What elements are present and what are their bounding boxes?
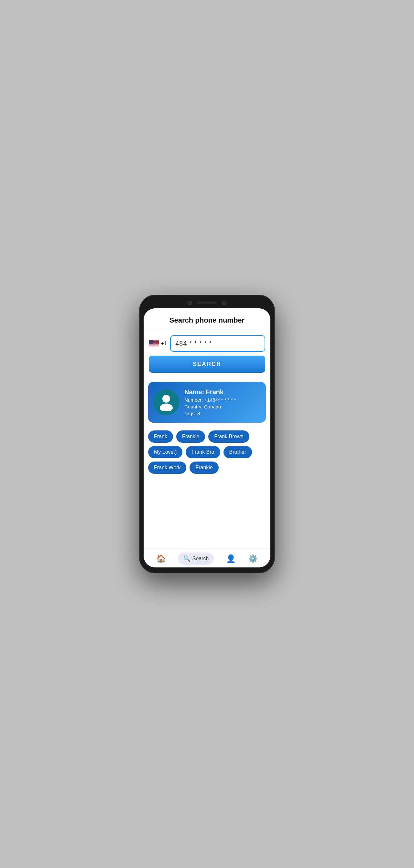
profile-icon: 👤: [226, 554, 236, 563]
country-code: +1: [161, 341, 167, 346]
tags-row-2: My Love:) Frank Bro Brother: [148, 446, 266, 458]
phone-frame: Search phone number: [139, 295, 275, 573]
tag-frank[interactable]: Frank: [148, 430, 173, 443]
svg-point-9: [160, 404, 173, 411]
svg-point-8: [162, 395, 170, 403]
tag-my-love[interactable]: My Love:): [148, 446, 182, 458]
result-name: Name: Frank: [184, 388, 236, 396]
nav-settings[interactable]: ⚙️: [248, 554, 258, 563]
tags-section: Frank Frankie Frank Brown My Love:) Fran…: [144, 428, 270, 484]
phone-screen: Search phone number: [144, 308, 270, 567]
nav-search[interactable]: 🔍 Search: [178, 553, 214, 565]
tags-row-1: Frank Frankie Frank Brown: [148, 430, 266, 443]
result-card: Name: Frank Number: +1484* * * * * * Cou…: [148, 382, 266, 423]
result-country: Country: Canada: [184, 404, 236, 409]
tag-frank-work[interactable]: Frank Work: [148, 462, 186, 474]
svg-rect-6: [149, 346, 159, 346]
us-flag-icon: [149, 340, 159, 347]
result-info: Name: Frank Number: +1484* * * * * * Cou…: [184, 388, 236, 416]
page-title: Search phone number: [150, 316, 264, 324]
svg-rect-4: [149, 344, 159, 344]
tag-frank-brown[interactable]: Frank Brown: [208, 430, 249, 443]
phone-input-row: +1: [149, 335, 265, 352]
avatar: [153, 389, 179, 415]
tags-row-3: Frank Work Frankie: [148, 462, 266, 474]
result-tags: Tags: 8: [184, 411, 236, 416]
country-selector[interactable]: +1: [149, 340, 167, 347]
person-icon: [158, 394, 175, 411]
speaker: [197, 302, 217, 304]
svg-rect-7: [149, 340, 153, 344]
home-icon: 🏠: [156, 554, 166, 563]
bottom-nav: 🏠 🔍 Search 👤 ⚙️: [144, 548, 270, 567]
tag-brother[interactable]: Brother: [223, 446, 252, 458]
search-nav-icon: 🔍: [183, 555, 191, 562]
tag-frankie-2[interactable]: Frankie: [189, 462, 218, 474]
spacer: [144, 484, 270, 548]
search-section: +1 SEARCH: [144, 330, 270, 377]
screen-content: Search phone number: [144, 308, 270, 567]
search-button[interactable]: SEARCH: [149, 355, 265, 373]
camera: [187, 301, 192, 305]
tag-frank-bro[interactable]: Frank Bro: [186, 446, 220, 458]
settings-icon: ⚙️: [248, 554, 258, 563]
camera-right: [222, 301, 227, 305]
search-nav-label: Search: [193, 556, 209, 562]
nav-profile[interactable]: 👤: [226, 554, 236, 563]
result-number: Number: +1484* * * * * *: [184, 397, 236, 403]
phone-number-input[interactable]: [170, 335, 265, 352]
phone-top-bar: [144, 301, 270, 305]
nav-home[interactable]: 🏠: [156, 554, 166, 563]
tag-frankie-1[interactable]: Frankie: [176, 430, 205, 443]
svg-rect-5: [149, 345, 159, 346]
app-header: Search phone number: [144, 308, 270, 330]
